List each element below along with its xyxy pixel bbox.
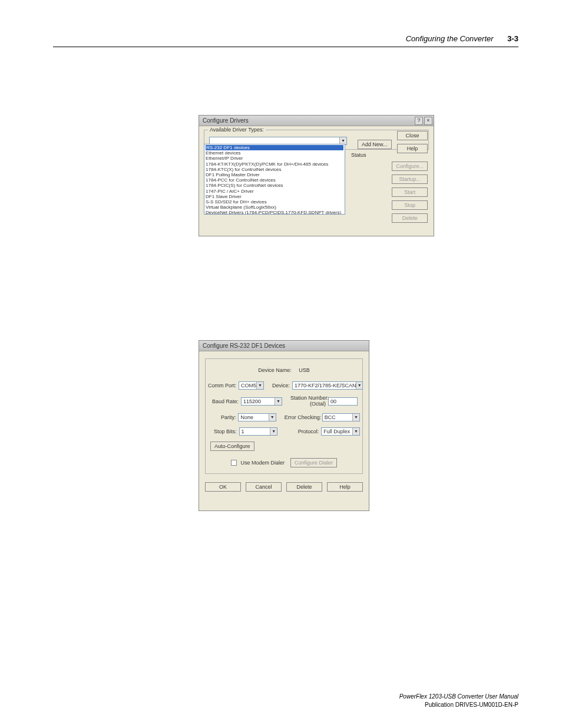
driver-list-item[interactable]: Virtual Backplane (SoftLogix58xx): [206, 205, 343, 210]
ok-button[interactable]: OK: [205, 482, 241, 492]
parity-label: Parity:: [208, 414, 236, 420]
comm-port-combo[interactable]: COM5 ▼: [239, 381, 264, 390]
driver-list-item[interactable]: 1784-PCC for ControlNet devices: [206, 177, 343, 183]
configure-button: Configure...: [392, 162, 428, 171]
driver-list-item[interactable]: S-S SD/SD2 for DH+ devices: [206, 199, 343, 205]
protocol-label: Protocol:: [286, 429, 319, 434]
station-number-input[interactable]: 00: [328, 397, 358, 406]
chevron-down-icon: ▼: [352, 428, 359, 435]
close-button[interactable]: Close: [397, 131, 428, 140]
help-button[interactable]: Help: [327, 482, 363, 492]
dialog-titlebar: Configure RS-232 DF1 Devices: [199, 341, 369, 351]
delete-button: Delete: [392, 213, 428, 223]
stop-button: Stop: [392, 200, 428, 210]
device-label: Device:: [272, 383, 290, 388]
help-icon[interactable]: ?: [415, 117, 423, 125]
driver-list-item[interactable]: Ethernet devices: [206, 150, 343, 156]
footer-publication: Publication DRIVES-UM001D-EN-P: [399, 701, 518, 709]
add-new-button[interactable]: Add New...: [358, 140, 392, 149]
chevron-down-icon: ▼: [352, 414, 359, 421]
protocol-combo[interactable]: Full Duplex ▼: [321, 427, 360, 436]
driver-list-item[interactable]: DeviceNet Drivers (1784-PCD/PCIDS,1770-K…: [206, 210, 343, 215]
device-name-value: USB: [299, 367, 310, 373]
cancel-button[interactable]: Cancel: [246, 482, 282, 492]
status-column-header: Status: [351, 152, 366, 158]
use-modem-checkbox[interactable]: [231, 460, 237, 466]
available-driver-types-label: Available Driver Types:: [208, 127, 266, 133]
station-number-label: Station Number:: [290, 395, 329, 401]
chevron-down-icon: ▼: [270, 428, 277, 435]
comm-port-label: Comm Port:: [208, 383, 236, 388]
configure-drivers-dialog: Configure Drivers ? × Available Driver T…: [199, 115, 434, 236]
footer-manual-title: PowerFlex 1203-USB Converter User Manual: [399, 693, 518, 701]
page-footer: PowerFlex 1203-USB Converter User Manual…: [399, 693, 518, 709]
chevron-down-icon: ▼: [356, 382, 362, 389]
device-name-label: Device Name:: [258, 367, 292, 373]
use-modem-label: Use Modem Dialer: [240, 460, 285, 466]
driver-list[interactable]: RS-232 DF1 devices Ethernet devices Ethe…: [204, 144, 345, 215]
baud-rate-label: Baud Rate:: [208, 398, 239, 404]
dialog-title: Configure Drivers: [203, 117, 249, 124]
error-checking-label: Error Checking:: [285, 414, 320, 420]
dialog-title: Configure RS-232 DF1 Devices: [203, 342, 285, 349]
chevron-down-icon: ▼: [269, 414, 276, 421]
header-title: Configuring the Converter: [406, 34, 494, 43]
station-number-octal-label: (Octal): [310, 401, 326, 407]
auto-configure-button[interactable]: Auto-Configure: [210, 442, 254, 451]
driver-list-item[interactable]: Ethernet/IP Driver: [206, 156, 343, 161]
page-header: Configuring the Converter 3-3: [53, 34, 518, 47]
chevron-down-icon: ▼: [275, 398, 282, 405]
baud-rate-combo[interactable]: 115200 ▼: [241, 397, 282, 406]
dialog-titlebar: Configure Drivers ? ×: [199, 116, 434, 126]
device-combo[interactable]: 1770-KF2/1785-KE/SCANpor ▼: [292, 381, 363, 390]
driver-list-item[interactable]: 1784-KTC(X) for ControlNet devices: [206, 167, 343, 172]
driver-list-item[interactable]: 1784-KT/KTX(D)/PKTX(D)/PCMK for DH+/DH-4…: [206, 162, 343, 167]
start-button: Start: [392, 187, 428, 197]
driver-list-item[interactable]: RS-232 DF1 devices: [206, 145, 343, 150]
driver-list-item[interactable]: 1784-PCIC(S) for ControlNet devices: [206, 183, 343, 188]
configure-dialer-button: Configure Dialer: [290, 458, 337, 467]
startup-button: Startup...: [392, 174, 428, 184]
driver-list-item[interactable]: 1747-PIC / AIC+ Driver: [206, 189, 343, 194]
help-button[interactable]: Help: [397, 144, 428, 153]
chevron-down-icon: ▼: [256, 382, 263, 389]
stop-bits-label: Stop Bits:: [208, 429, 237, 434]
parity-combo[interactable]: None ▼: [238, 413, 276, 421]
driver-list-item[interactable]: DF1 Polling Master Driver: [206, 172, 343, 177]
close-icon[interactable]: ×: [424, 117, 432, 125]
stop-bits-combo[interactable]: 1 ▼: [239, 427, 278, 436]
configure-df1-dialog: Configure RS-232 DF1 Devices Device Name…: [199, 340, 369, 511]
driver-list-item[interactable]: DF1 Slave Driver: [206, 194, 343, 199]
delete-button[interactable]: Delete: [286, 482, 322, 492]
error-checking-combo[interactable]: BCC ▼: [322, 413, 360, 421]
header-page-number: 3-3: [507, 34, 518, 43]
